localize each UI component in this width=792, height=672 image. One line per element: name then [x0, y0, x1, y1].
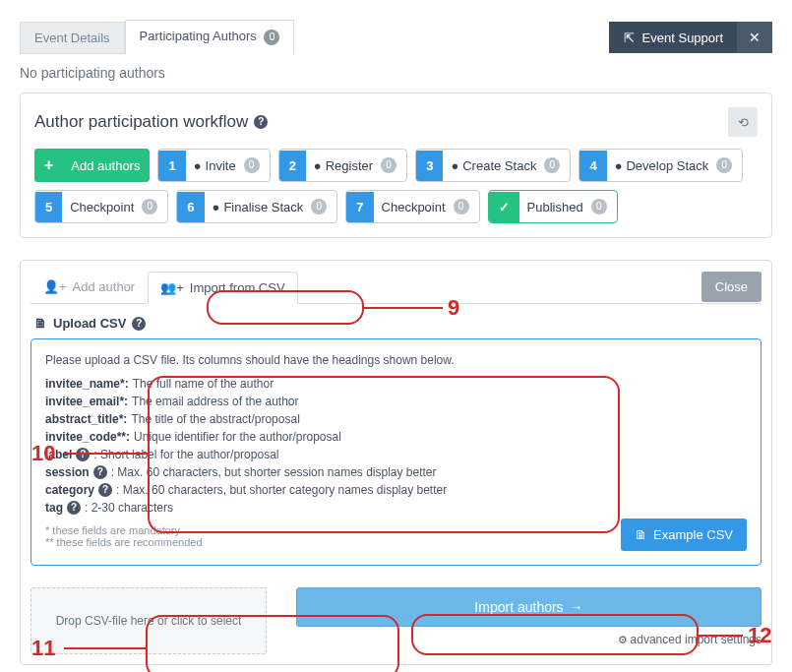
- help-icon[interactable]: ?: [76, 448, 90, 461]
- user-icon: ●: [615, 158, 623, 173]
- main-tabs: Event Details Participating Authors 0 ⇱ …: [20, 20, 772, 55]
- event-support-button[interactable]: ⇱ Event Support: [609, 22, 737, 53]
- refresh-button[interactable]: ⟲: [728, 107, 758, 137]
- workflow-step-finalise[interactable]: 6●Finalise Stack0: [176, 190, 337, 223]
- close-button[interactable]: Close: [701, 272, 762, 302]
- workflow-step-register[interactable]: 2●Register0: [278, 149, 408, 182]
- add-authors-button[interactable]: + Add authors: [34, 149, 150, 182]
- file-icon: 🗎: [34, 316, 47, 331]
- csv-dropzone[interactable]: Drop CSV-file here or click to select: [30, 587, 267, 654]
- check-icon: ✓: [489, 192, 519, 222]
- workflow-step-checkpoint-2[interactable]: 7Checkpoint0: [345, 190, 479, 223]
- upload-csv-title: Upload CSV: [53, 316, 126, 331]
- workflow-panel: Author participation workflow ? ⟲ + Add …: [20, 92, 772, 238]
- import-panel: 👤+Add author 👥+Import from CSV Close 🗎 U…: [20, 260, 772, 665]
- example-csv-button[interactable]: 🗎Example CSV: [621, 519, 747, 551]
- help-icon[interactable]: ?: [93, 465, 107, 479]
- csv-instructions: Please upload a CSV file. Its columns sh…: [30, 338, 762, 566]
- help-icon[interactable]: ?: [98, 483, 112, 497]
- add-authors-label: Add authors: [69, 151, 150, 181]
- user-icon: ●: [451, 158, 458, 173]
- arrow-right-icon: →: [570, 599, 583, 615]
- add-author-tab[interactable]: 👤+Add author: [30, 271, 148, 303]
- plus-icon: +: [34, 149, 63, 182]
- workflow-step-invite[interactable]: 1●Invite0: [157, 149, 270, 182]
- tab-event-details[interactable]: Event Details: [20, 22, 125, 54]
- external-link-icon: ⇱: [623, 31, 637, 45]
- tab-label: Participating Authors: [140, 29, 257, 43]
- users-plus-icon: 👥+: [160, 280, 184, 295]
- workflow-title: Author participation workflow: [34, 112, 248, 132]
- workflow-step-published[interactable]: ✓Published0: [488, 190, 618, 223]
- user-icon: ●: [194, 158, 202, 173]
- csv-intro: Please upload a CSV file. Its columns sh…: [45, 353, 747, 367]
- workflow-step-checkpoint-1[interactable]: 5Checkpoint0: [34, 190, 168, 223]
- workflow-step-develop[interactable]: 4●Develop Stack0: [579, 149, 743, 182]
- tab-participating-authors[interactable]: Participating Authors 0: [125, 20, 295, 55]
- no-authors-text: No participating authors: [20, 55, 772, 87]
- user-plus-icon: 👤+: [43, 279, 67, 294]
- import-authors-button[interactable]: Import authors→: [296, 587, 762, 627]
- help-icon[interactable]: ?: [67, 501, 81, 515]
- user-icon: ●: [314, 158, 322, 173]
- file-icon: 🗎: [635, 527, 647, 542]
- event-support-label: Event Support: [642, 31, 723, 45]
- tab-badge: 0: [264, 30, 279, 45]
- help-icon[interactable]: ?: [132, 317, 146, 331]
- workflow-step-create[interactable]: 3●Create Stack0: [415, 149, 571, 182]
- user-icon: ●: [213, 200, 220, 214]
- help-icon[interactable]: ?: [254, 115, 268, 129]
- advanced-settings-link[interactable]: advanced import settings: [296, 633, 762, 646]
- close-support-button[interactable]: ✕: [737, 22, 772, 53]
- import-csv-tab[interactable]: 👥+Import from CSV: [148, 272, 297, 304]
